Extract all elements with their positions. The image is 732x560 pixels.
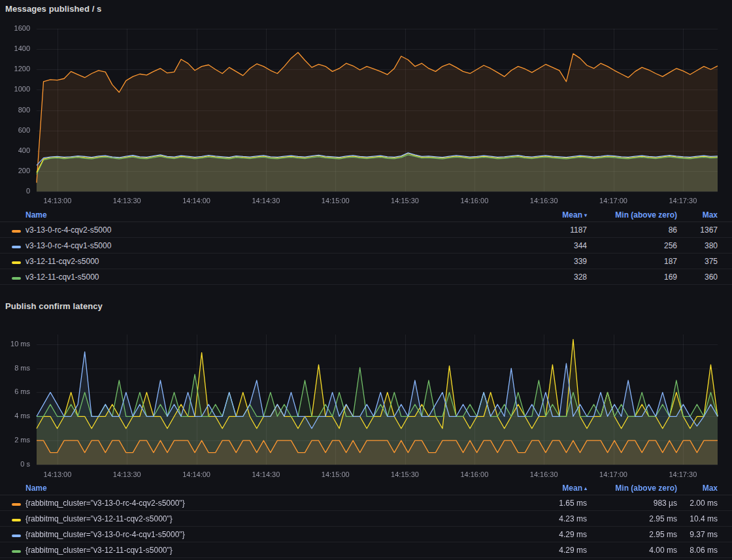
legend-col-max[interactable]: Max — [677, 210, 718, 220]
series-mean-value: 4.29 ms — [508, 530, 587, 539]
panel-messages-published: Messages published / s Name Mean▾ Min (a… — [0, 0, 732, 293]
series-min-value: 169 — [587, 272, 677, 282]
legend-row[interactable]: {rabbitmq_cluster="v3-13-0-rc-4-cqv2-s50… — [0, 495, 732, 511]
legend-col-name[interactable]: Name — [25, 484, 508, 493]
series-name[interactable]: {rabbitmq_cluster="v3-12-11-cqv1-s5000"} — [25, 546, 508, 555]
series-name[interactable]: {rabbitmq_cluster="v3-12-11-cqv2-s5000"} — [25, 514, 508, 523]
legend-row[interactable]: v3-13-0-rc-4-cqv1-s5000 344 256 380 — [0, 238, 732, 254]
series-name[interactable]: {rabbitmq_cluster="v3-13-0-rc-4-cqv2-s50… — [25, 499, 508, 508]
series-mean-value: 1187 — [508, 225, 587, 235]
legend-row[interactable]: v3-12-11-cqv1-s5000 328 169 360 — [0, 269, 732, 285]
series-max-value: 8.06 ms — [677, 546, 718, 555]
publish-confirm-latency-chart[interactable] — [0, 325, 732, 484]
series-max-value: 360 — [677, 272, 718, 282]
legend-row[interactable]: v3-13-0-rc-4-cqv2-s5000 1187 86 1367 — [0, 222, 732, 238]
series-color-swatch[interactable] — [12, 550, 21, 553]
series-max-value: 2.00 ms — [677, 499, 718, 508]
series-min-value: 983 µs — [587, 499, 677, 508]
series-color-swatch[interactable] — [12, 277, 21, 280]
legend-col-name[interactable]: Name — [25, 210, 508, 220]
legend-col-mean[interactable]: Mean▴ — [508, 484, 587, 493]
legend-publish-confirm-latency: Name Mean▴ Min (above zero) Max {rabbitm… — [0, 481, 732, 558]
panel-title-publish-confirm-latency[interactable]: Publish confirm latency — [5, 301, 103, 311]
series-name[interactable]: v3-13-0-rc-4-cqv2-s5000 — [25, 225, 508, 235]
series-color-swatch[interactable] — [12, 519, 21, 521]
series-max-value: 9.37 ms — [677, 530, 718, 539]
legend-row[interactable]: {rabbitmq_cluster="v3-12-11-cqv2-s5000"}… — [0, 511, 732, 527]
legend-messages-published: Name Mean▾ Min (above zero) Max v3-13-0-… — [0, 208, 732, 285]
panel-title-messages-published[interactable]: Messages published / s — [5, 4, 101, 14]
legend-col-min[interactable]: Min (above zero) — [587, 210, 677, 220]
legend-row[interactable]: {rabbitmq_cluster="v3-13-0-rc-4-cqv1-s50… — [0, 527, 732, 542]
series-name[interactable]: v3-12-11-cqv2-s5000 — [25, 257, 508, 266]
legend-col-mean[interactable]: Mean▾ — [508, 210, 587, 220]
series-min-value: 256 — [587, 241, 677, 250]
series-max-value: 10.4 ms — [677, 514, 718, 523]
series-mean-value: 1.65 ms — [508, 499, 587, 508]
series-name[interactable]: v3-13-0-rc-4-cqv1-s5000 — [25, 241, 508, 250]
messages-published-chart[interactable] — [0, 20, 732, 206]
series-color-swatch[interactable] — [12, 246, 21, 248]
series-min-value: 2.95 ms — [587, 514, 677, 523]
panel-publish-confirm-latency: Publish confirm latency Name Mean▴ Min (… — [0, 297, 732, 560]
series-mean-value: 339 — [508, 257, 587, 266]
series-max-value: 1367 — [677, 225, 718, 235]
legend-col-max[interactable]: Max — [677, 484, 718, 493]
legend-col-min[interactable]: Min (above zero) — [587, 484, 677, 493]
series-mean-value: 4.23 ms — [508, 514, 587, 523]
series-min-value: 187 — [587, 257, 677, 266]
series-min-value: 4.00 ms — [587, 546, 677, 555]
series-mean-value: 344 — [508, 241, 587, 250]
series-max-value: 375 — [677, 257, 718, 266]
series-color-swatch[interactable] — [12, 503, 21, 506]
series-mean-value: 4.29 ms — [508, 546, 587, 555]
series-min-value: 86 — [587, 225, 677, 235]
series-name[interactable]: v3-12-11-cqv1-s5000 — [25, 272, 508, 282]
series-color-swatch[interactable] — [12, 230, 21, 233]
series-mean-value: 328 — [508, 272, 587, 282]
series-min-value: 2.95 ms — [587, 530, 677, 539]
series-max-value: 380 — [677, 241, 718, 250]
legend-row[interactable]: {rabbitmq_cluster="v3-12-11-cqv1-s5000"}… — [0, 542, 732, 558]
legend-row[interactable]: v3-12-11-cqv2-s5000 339 187 375 — [0, 254, 732, 269]
legend-header: Name Mean▴ Min (above zero) Max — [0, 481, 732, 495]
series-name[interactable]: {rabbitmq_cluster="v3-13-0-rc-4-cqv1-s50… — [25, 530, 508, 539]
series-color-swatch[interactable] — [12, 261, 21, 264]
legend-header: Name Mean▾ Min (above zero) Max — [0, 208, 732, 222]
series-color-swatch[interactable] — [12, 535, 21, 537]
